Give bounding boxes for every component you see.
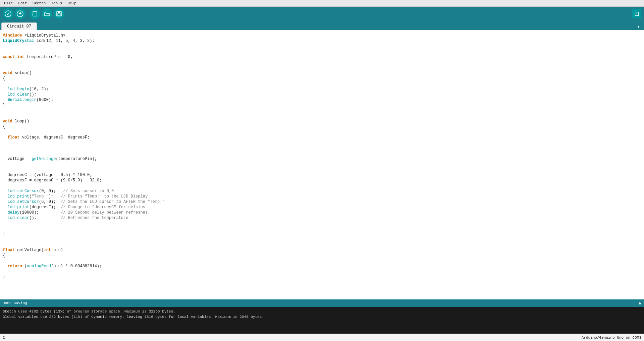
code-line-32: lcd.setCursor(6, 0); // Sets the LCD cur… [0,199,644,205]
menu-help[interactable]: Help [65,1,79,6]
code-line-5: const int temperaturePin = 0; [0,54,644,60]
code-line-22 [0,146,644,151]
code-line-30: lcd.setCursor(0, 0); // Sets cursor to 0… [0,188,644,194]
bottombar: 2 Arduino/Genuino Uno on COM3 [0,334,644,341]
code-line-8: void setup() [0,70,644,76]
code-line-44: return (analogRead(pin) * 0.004882814); [0,264,644,269]
code-line-45 [0,269,644,274]
code-line-2: LiquidCrystal lcd(12, 11, 5, 4, 3, 2); [0,38,644,44]
statusbar: Done Saving. ▲ [0,299,644,307]
menu-tools[interactable]: Tools [48,1,65,6]
console-line-1: Sketch uses 4262 bytes (13%) of program … [3,309,641,314]
code-line-49 [0,290,644,296]
code-line-24: voltage = getVoltage(temperaturePin); [0,156,644,162]
code-line-13: Serial.begin(9600); [0,97,644,103]
code-line-48 [0,285,644,290]
code-line-26 [0,167,644,172]
scroll-up-icon[interactable]: ▲ [639,300,641,306]
save-icon [56,10,62,17]
verify-button[interactable] [3,8,13,19]
code-line-36 [0,221,644,226]
console-line-2: Global variables use 232 bytes (11%) of … [3,314,641,320]
console-output: Sketch uses 4262 bytes (13%) of program … [0,307,644,334]
code-line-12: lcd.clear(); [0,92,644,97]
code-line-38: } [0,231,644,237]
code-line-16 [0,113,644,119]
toolbar: ⊡ [0,7,644,21]
new-icon [32,10,38,17]
code-line-15 [0,108,644,113]
menu-sketch[interactable]: Sketch [30,1,49,6]
menu-file[interactable]: File [1,1,15,6]
code-line-33: lcd.print(degreesF); // Change to "degre… [0,205,644,210]
code-line-18: { [0,124,644,129]
code-line-9: { [0,76,644,81]
code-line-14: } [0,103,644,108]
code-line-40 [0,242,644,247]
code-line-39 [0,237,644,242]
code-line-31: lcd.print("Temp:"); // Prints "Temp:" to… [0,194,644,199]
new-button[interactable] [30,8,40,19]
board-info: Arduino/Genuino Uno on COM3 [582,336,641,340]
code-line-17: void loop() [0,119,644,124]
code-line-20: float voltage, degreesC, degreesF; [0,135,644,140]
code-line-27: degreesC = (voltage - 0.5) * 100.0; [0,172,644,178]
svg-rect-6 [57,14,61,15]
code-editor[interactable]: #include <LiquidCrystal.h> LiquidCrystal… [0,30,644,299]
tab-dropdown[interactable]: ▾ [635,23,643,30]
code-line-6 [0,60,644,65]
code-line-21 [0,140,644,146]
menu-edit[interactable]: Edit [15,1,30,6]
code-line-37 [0,226,644,231]
status-message: Done Saving. [3,301,639,305]
upload-button[interactable] [15,8,25,19]
code-line-46: } [0,274,644,280]
tab-circuit07[interactable]: Circuit_07 [1,22,37,30]
code-line-28: degreesF = degreesC * (9.0/5.0) + 32.0; [0,178,644,183]
code-line-29 [0,183,644,188]
code-line-43 [0,258,644,264]
code-line-41: float getVoltage(int pin) [0,247,644,253]
serial-monitor-button[interactable]: ⊡ [632,9,641,18]
verify-icon [5,10,11,17]
code-line-23 [0,151,644,156]
line-number: 2 [3,336,582,340]
svg-point-0 [5,11,11,17]
open-icon [44,10,50,17]
tabbar: Circuit_07 ▾ [0,21,644,30]
upload-icon [17,10,23,17]
code-line-42: { [0,253,644,258]
code-line-11: lcd.begin(16, 2); [0,87,644,92]
svg-rect-5 [58,11,60,13]
code-line-7 [0,65,644,70]
code-line-19 [0,129,644,135]
code-line-35: lcd.clear(); // Refreshes the temperatur… [0,215,644,221]
menubar: File Edit Sketch Tools Help [0,0,644,7]
code-line-25 [0,162,644,167]
code-line-10 [0,81,644,87]
code-line-3 [0,44,644,49]
open-button[interactable] [42,8,52,19]
svg-rect-3 [33,11,37,16]
code-line-47 [0,280,644,285]
save-button[interactable] [54,8,64,19]
code-line-4 [0,49,644,54]
code-line-1: #include <LiquidCrystal.h> [0,33,644,38]
code-line-34: delay(10000); // 10 Second delay between… [0,210,644,215]
